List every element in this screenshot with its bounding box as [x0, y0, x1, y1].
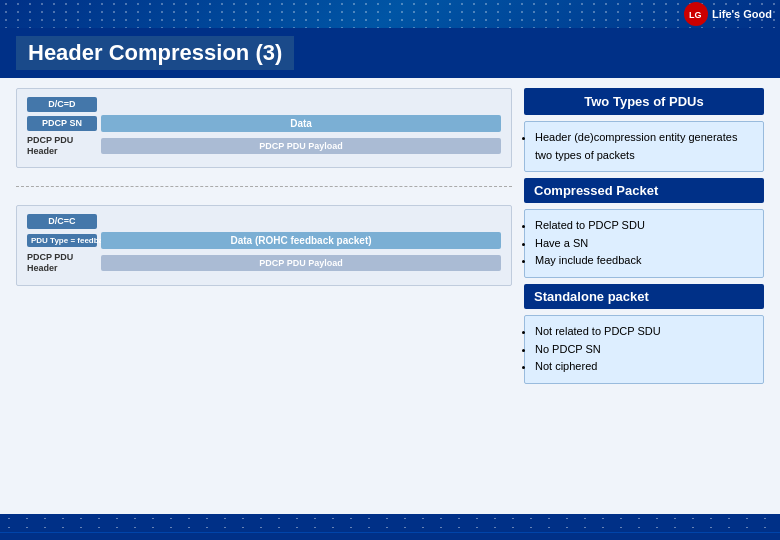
diagram2-row-3: PDCP PDU Header PDCP PDU Payload	[27, 252, 501, 274]
diagram2-row-1: D/C=C	[27, 214, 501, 229]
compressed-bullets: Related to PDCP SDU Have a SN May includ…	[524, 209, 764, 278]
footer: Copyright All Rights Reserved 9 / 27 LG …	[0, 532, 780, 540]
payload-field-2: PDCP PDU Payload	[101, 255, 501, 271]
pdu-type-label: PDU Type = feedback	[27, 234, 97, 248]
two-types-title: Two Types of PDUs	[534, 94, 754, 109]
compressed-item-2: Have a SN	[535, 235, 753, 253]
divider	[16, 186, 512, 187]
two-types-list: Header (de)compression entity generates …	[535, 129, 753, 164]
rohc-fields: Data (ROHC feedback packet)	[101, 232, 501, 249]
pdcp-header-label-2: PDCP PDU Header	[27, 252, 97, 274]
standalone-item-3: Not ciphered	[535, 358, 753, 376]
data-fields: Data	[101, 115, 501, 132]
compressed-list: Related to PDCP SDU Have a SN May includ…	[535, 217, 753, 270]
lg-tagline: Life's Good	[712, 8, 772, 20]
pdcp-sn-field: PDCP SN	[27, 116, 97, 131]
standalone-bullets: Not related to PDCP SDU No PDCP SN Not c…	[524, 315, 764, 384]
logo-area: LG Life's Good	[684, 2, 772, 26]
two-types-item-1: Header (de)compression entity generates …	[535, 129, 753, 164]
pdcp-header-label-1: PDCP PDU Header	[27, 135, 97, 157]
dcd-flag: D/C=D	[27, 97, 97, 112]
page-title: Header Compression (3)	[16, 36, 294, 70]
dcc-field-label: D/C=C	[27, 214, 97, 229]
left-panel: D/C=D PDCP SN Data PDCP PDU Header PDCP …	[16, 88, 512, 504]
payload-fields-2: PDCP PDU Payload	[101, 255, 501, 271]
diagram-row-3: PDCP PDU Header PDCP PDU Payload	[27, 135, 501, 157]
diagram-dcd: D/C=D PDCP SN Data PDCP PDU Header PDCP …	[16, 88, 512, 168]
payload-fields: PDCP PDU Payload	[101, 138, 501, 154]
compressed-title: Compressed Packet	[524, 178, 764, 203]
right-panel: Two Types of PDUs Header (de)compression…	[524, 88, 764, 504]
standalone-title: Standalone packet	[524, 284, 764, 309]
diagram-dcc: D/C=C PDU Type = feedback Data (ROHC fee…	[16, 205, 512, 285]
diagram-row-2: PDCP SN Data	[27, 115, 501, 132]
standalone-item-2: No PDCP SN	[535, 341, 753, 359]
svg-text:LG: LG	[689, 10, 702, 20]
lg-circle-icon: LG	[684, 2, 708, 26]
top-decoration-bar: LG Life's Good	[0, 0, 780, 28]
title-bar: Header Compression (3)	[0, 28, 780, 78]
diagram2-row-2: PDU Type = feedback Data (ROHC feedback …	[27, 232, 501, 249]
compressed-item-3: May include feedback	[535, 252, 753, 270]
data-field: Data	[101, 115, 501, 132]
pdcp-sn-label: PDCP SN	[27, 116, 97, 131]
rohc-data-field: Data (ROHC feedback packet)	[101, 232, 501, 249]
main-content: D/C=D PDCP SN Data PDCP PDU Header PDCP …	[0, 78, 780, 514]
bottom-decoration-bar	[0, 514, 780, 532]
dcd-field-label: D/C=D	[27, 97, 97, 112]
pdu-type-field: PDU Type = feedback	[27, 234, 97, 248]
two-types-bullets: Header (de)compression entity generates …	[524, 121, 764, 172]
standalone-item-1: Not related to PDCP SDU	[535, 323, 753, 341]
payload-field-1: PDCP PDU Payload	[101, 138, 501, 154]
standalone-list: Not related to PDCP SDU No PDCP SN Not c…	[535, 323, 753, 376]
dcc-flag: D/C=C	[27, 214, 97, 229]
diagram-row-1: D/C=D	[27, 97, 501, 112]
compressed-item-1: Related to PDCP SDU	[535, 217, 753, 235]
two-types-box: Two Types of PDUs	[524, 88, 764, 115]
